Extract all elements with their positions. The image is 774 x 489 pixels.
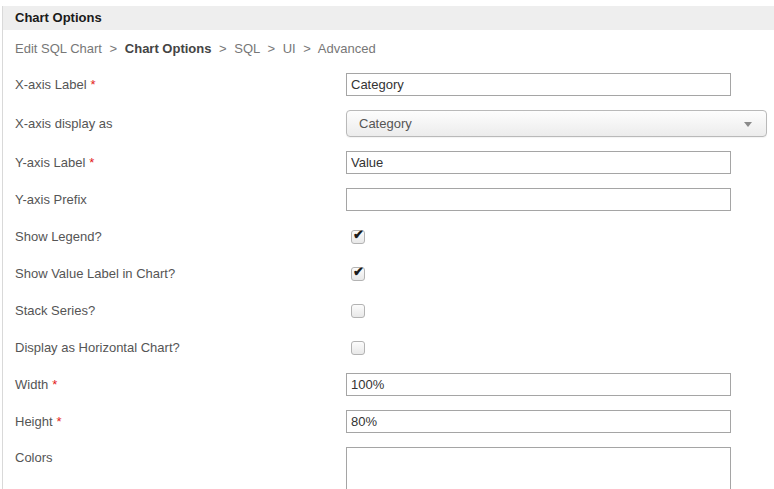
chevron-down-icon xyxy=(744,122,752,127)
field-label-text: Y-axis Prefix xyxy=(15,192,87,207)
form-row-height: Height* xyxy=(3,410,774,433)
stack-series-checkbox[interactable] xyxy=(351,304,365,318)
field-label: Show Value Label in Chart? xyxy=(15,266,346,281)
show-value-label-checkbox[interactable] xyxy=(351,267,365,281)
breadcrumb-item-advanced[interactable]: Advanced xyxy=(318,41,376,56)
breadcrumb-item-ui[interactable]: UI xyxy=(283,41,296,56)
checkmark-icon xyxy=(353,227,364,242)
page-title: Chart Options xyxy=(3,6,774,30)
form-row-show-value-label: Show Value Label in Chart? xyxy=(3,262,774,285)
breadcrumb-item-sql[interactable]: SQL xyxy=(234,41,260,56)
form-row-width: Width* xyxy=(3,373,774,396)
required-asterisk: * xyxy=(52,377,57,392)
field-label: X-axis display as xyxy=(15,116,346,131)
checkmark-icon xyxy=(353,264,364,279)
breadcrumb-separator: > xyxy=(303,41,311,56)
breadcrumb-separator: > xyxy=(110,41,118,56)
field-label-text: Stack Series? xyxy=(15,303,95,318)
width-input[interactable] xyxy=(346,373,731,396)
breadcrumb-item-edit-sql-chart[interactable]: Edit SQL Chart xyxy=(15,41,102,56)
field-label-text: Y-axis Label xyxy=(15,155,85,170)
form-row-x-axis-display-as: X-axis display as Category xyxy=(3,110,774,137)
field-label-text: Display as Horizontal Chart? xyxy=(15,340,180,355)
height-input[interactable] xyxy=(346,410,731,433)
required-asterisk: * xyxy=(57,414,62,429)
field-label-text: X-axis display as xyxy=(15,116,113,131)
chart-options-form: X-axis Label* X-axis display as Category… xyxy=(3,73,774,489)
field-label: Width* xyxy=(15,377,346,392)
form-row-stack-series: Stack Series? xyxy=(3,299,774,322)
form-row-y-axis-label: Y-axis Label* xyxy=(3,151,774,174)
field-label: Stack Series? xyxy=(15,303,346,318)
chart-options-panel: Chart Options Edit SQL Chart > Chart Opt… xyxy=(2,6,774,489)
field-label: X-axis Label* xyxy=(15,77,346,92)
horizontal-chart-checkbox[interactable] xyxy=(351,341,365,355)
required-asterisk: * xyxy=(89,155,94,170)
field-label-text: Show Value Label in Chart? xyxy=(15,266,175,281)
field-label-text: Colors xyxy=(15,450,53,465)
required-asterisk: * xyxy=(91,77,96,92)
breadcrumb-separator: > xyxy=(219,41,227,56)
x-axis-display-as-select[interactable]: Category xyxy=(346,110,767,137)
y-axis-label-input[interactable] xyxy=(346,151,731,174)
field-label: Colors xyxy=(15,447,346,465)
form-row-colors: Colors xyxy=(3,447,774,489)
breadcrumb-separator: > xyxy=(267,41,275,56)
breadcrumb-item-chart-options: Chart Options xyxy=(125,41,212,56)
form-row-horizontal-chart: Display as Horizontal Chart? xyxy=(3,336,774,359)
field-label-text: Show Legend? xyxy=(15,229,102,244)
selected-option-label: Category xyxy=(347,116,412,131)
field-label-text: Width xyxy=(15,377,48,392)
colors-textarea[interactable] xyxy=(346,447,731,489)
field-label: Y-axis Label* xyxy=(15,155,346,170)
field-label: Height* xyxy=(15,414,346,429)
y-axis-prefix-input[interactable] xyxy=(346,188,731,211)
field-label: Show Legend? xyxy=(15,229,346,244)
field-label-text: X-axis Label xyxy=(15,77,87,92)
field-label-text: Height xyxy=(15,414,53,429)
field-label: Display as Horizontal Chart? xyxy=(15,340,346,355)
form-row-show-legend: Show Legend? xyxy=(3,225,774,248)
form-row-y-axis-prefix: Y-axis Prefix xyxy=(3,188,774,211)
field-label: Y-axis Prefix xyxy=(15,192,346,207)
show-legend-checkbox[interactable] xyxy=(351,230,365,244)
breadcrumb: Edit SQL Chart > Chart Options > SQL > U… xyxy=(3,30,774,58)
form-row-x-axis-label: X-axis Label* xyxy=(3,73,774,96)
x-axis-label-input[interactable] xyxy=(346,73,731,96)
